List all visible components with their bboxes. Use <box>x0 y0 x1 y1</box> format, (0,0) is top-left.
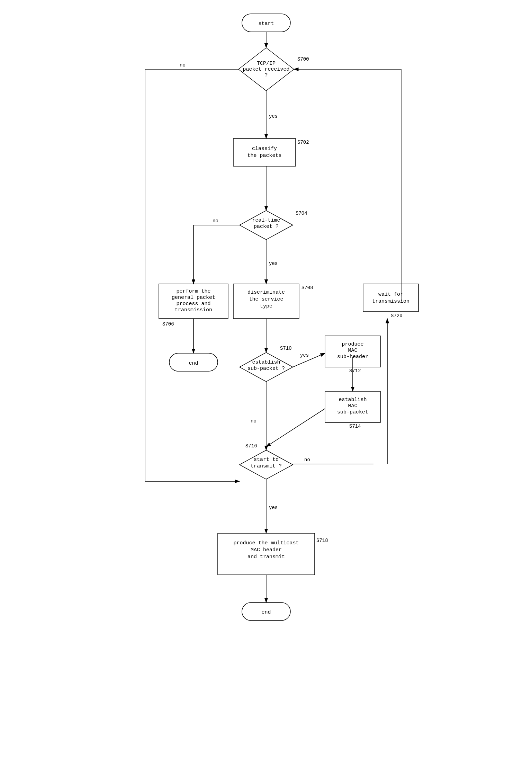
s714-text1: establish <box>339 397 367 403</box>
s700-text3: ? <box>264 72 268 78</box>
s718-text1: produce the multicast <box>233 540 299 546</box>
s716-text2: transmit ? <box>250 463 281 469</box>
s720-text2: transmission <box>372 298 409 304</box>
yes-label-s704: yes <box>269 261 278 266</box>
s700-text2: packet received <box>243 66 289 72</box>
s712-text2: MAC <box>348 348 357 354</box>
s710-text1: establish <box>252 359 280 365</box>
yes-label-s700: yes <box>269 114 278 119</box>
s720-text1: wait for <box>378 292 403 297</box>
end2-label: end <box>261 609 271 615</box>
s702-rect <box>233 139 296 166</box>
s708-step: S708 <box>301 285 313 291</box>
s720-step: S720 <box>391 313 403 319</box>
s702-step: S702 <box>297 140 309 145</box>
s712-text3: sub-header <box>337 354 368 360</box>
s718-step: S718 <box>316 538 328 543</box>
s710-text2: sub-packet ? <box>247 366 285 372</box>
s706-text3: process and <box>176 301 210 307</box>
s718-text2: MAC header <box>250 547 281 553</box>
s706-text2: general packet <box>171 295 215 301</box>
svg-line-11 <box>293 353 325 367</box>
end1-label: end <box>189 360 198 366</box>
s704-text1: real-time <box>252 217 280 223</box>
s708-text1: discriminate <box>247 289 285 295</box>
no-label-s700: no <box>180 62 186 68</box>
s718-text3: and transmit <box>247 554 285 560</box>
start-label: start <box>258 21 274 27</box>
s704-step: S704 <box>296 211 307 216</box>
yes-label-s710: yes <box>300 353 309 358</box>
s720-rect <box>363 284 418 312</box>
no-label-s710: no <box>251 418 256 424</box>
s714-text3: sub-packet <box>337 409 368 415</box>
s700-step: S700 <box>297 56 309 62</box>
s716-step: S716 <box>245 443 257 449</box>
s706-step: S706 <box>162 321 174 327</box>
s714-step: S714 <box>349 423 361 429</box>
s700-text1: TCP/IP <box>256 61 275 66</box>
s712-text1: produce <box>342 341 363 347</box>
s702-text2: the packets <box>247 153 281 159</box>
flowchart-diagram: yes no no yes yes no yes <box>110 7 422 762</box>
s708-text2: the service <box>249 296 283 302</box>
s712-step: S712 <box>349 368 361 374</box>
s706-text1: perform the <box>176 288 210 294</box>
s704-text2: packet ? <box>253 224 278 230</box>
s716-text1: start to <box>253 457 278 463</box>
s706-text4: transmission <box>174 307 212 313</box>
svg-line-13 <box>266 409 325 447</box>
s708-text3: type <box>260 303 272 309</box>
s710-step: S710 <box>280 346 292 351</box>
no-label-s704: no <box>213 218 218 224</box>
no-label-s716: no <box>304 457 310 463</box>
yes-label-s716: yes <box>269 505 278 510</box>
s714-text2: MAC <box>348 403 357 409</box>
s702-text1: classify <box>252 146 277 152</box>
